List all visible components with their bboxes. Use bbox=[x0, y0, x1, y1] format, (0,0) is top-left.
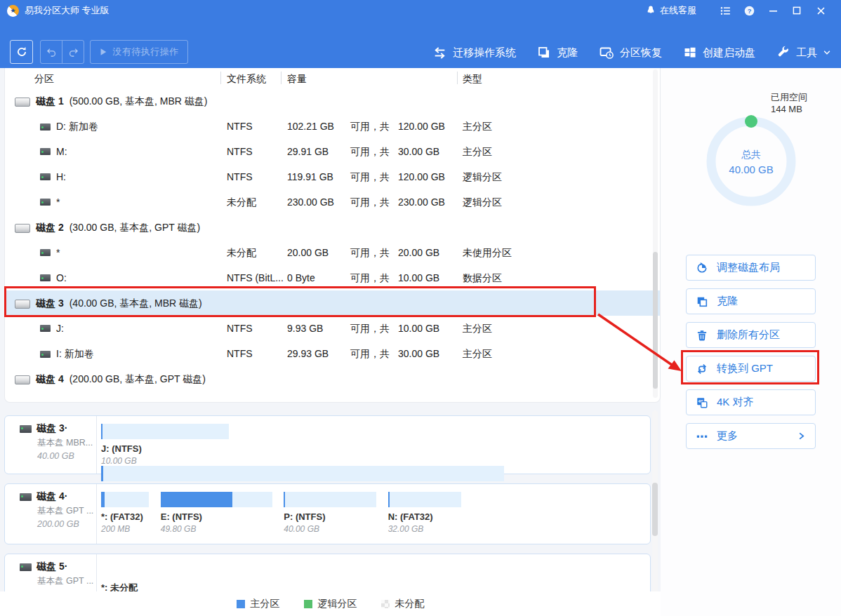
sidebar-button-label: 4K 对齐 bbox=[717, 396, 754, 409]
disk-map-label: 磁盘 4· 基本盘 GPT ... 200.00 GB bbox=[5, 484, 97, 544]
redo-button[interactable] bbox=[62, 41, 84, 63]
unallocated-swatch bbox=[381, 600, 390, 608]
partition-icon bbox=[40, 173, 51, 180]
capacity-available: 119.91 GB bbox=[287, 171, 333, 182]
disk-info: (500.00 GB, 基本盘, MBR 磁盘) bbox=[69, 95, 208, 108]
col-header-filesystem: 文件系统 bbox=[227, 73, 266, 86]
total-value: 40.00 GB bbox=[709, 163, 793, 175]
4k-align-button[interactable]: 4K 4K 对齐 bbox=[686, 389, 816, 415]
disk-map-label: 磁盘 3· 基本盘 MBR... 40.00 GB bbox=[5, 416, 97, 474]
svg-text:?: ? bbox=[747, 7, 751, 14]
convert-to-gpt-button[interactable]: 转换到 GPT bbox=[686, 356, 816, 382]
capacity-available: 29.93 GB bbox=[287, 348, 329, 359]
disk-map-size: 200.00 GB bbox=[37, 519, 96, 529]
partition-icon bbox=[40, 274, 51, 281]
close-button[interactable] bbox=[809, 0, 833, 21]
column-divider bbox=[220, 72, 221, 84]
capacity-total: 30.00 GB bbox=[398, 348, 439, 359]
capacity-separator: 可用，共 bbox=[350, 323, 390, 335]
capacity-total: 120.00 GB bbox=[398, 121, 445, 132]
capacity-total: 20.00 GB bbox=[398, 247, 439, 258]
partition-bar-block[interactable]: J: (NTFS) 10.00 GB bbox=[101, 424, 229, 466]
legend-item-primary: 主分区 bbox=[237, 598, 280, 610]
partition-bar-size: 32.00 GB bbox=[388, 524, 462, 534]
partition-icon bbox=[40, 123, 51, 130]
disk-row[interactable]: 磁盘 4 (200.00 GB, 基本盘, GPT 磁盘) bbox=[5, 366, 660, 391]
help-icon: ? bbox=[743, 5, 755, 17]
disk-row[interactable]: 磁盘 1 (500.00 GB, 基本盘, MBR 磁盘) bbox=[5, 88, 660, 114]
disk-icon bbox=[20, 493, 32, 501]
diskmap-scrollbar-thumb[interactable] bbox=[652, 483, 658, 536]
partition-name: M: bbox=[56, 146, 67, 157]
partition-bar-label: E: (NTFS) bbox=[161, 511, 272, 522]
partition-row[interactable]: * 未分配 230.00 GB 可用，共 230.00 GB 逻辑分区 bbox=[5, 189, 660, 215]
chevron-right-icon bbox=[797, 431, 806, 441]
partition-row[interactable]: D: 新加卷 NTFS 102.21 GB 可用，共 120.00 GB 主分区 bbox=[5, 114, 660, 139]
partition-row[interactable]: O: NTFS (BitL... 0 Byte 可用，共 10.00 GB 数据… bbox=[5, 265, 660, 290]
partition-icon bbox=[40, 249, 51, 256]
bootable-disk-icon bbox=[683, 46, 697, 60]
partition-row[interactable]: I: 新加卷 NTFS 29.93 GB 可用，共 30.00 GB 主分区 bbox=[5, 341, 660, 366]
play-icon bbox=[99, 48, 107, 56]
clone-disk-button[interactable]: 克隆 bbox=[686, 288, 816, 314]
tools-button[interactable]: 工具 bbox=[776, 46, 831, 60]
disk-name: 磁盘 1 bbox=[36, 95, 64, 108]
capacity-available: 102.21 GB bbox=[287, 121, 334, 132]
partition-type: 数据分区 bbox=[463, 272, 502, 285]
legend: 主分区 逻辑分区 未分配 bbox=[0, 591, 661, 616]
primary-partition-swatch bbox=[237, 600, 245, 608]
partition-name: H: bbox=[56, 171, 66, 182]
partition-name: * bbox=[56, 247, 60, 258]
sidebar-button-label: 调整磁盘布局 bbox=[717, 261, 780, 274]
partition-name: J: bbox=[56, 323, 64, 334]
delete-all-partitions-button[interactable]: 删除所有分区 bbox=[686, 322, 816, 348]
disk-map-panel[interactable]: 磁盘 3· 基本盘 MBR... 40.00 GB J: (NTFS) 10.0… bbox=[4, 415, 651, 474]
partition-row[interactable]: H: NTFS 119.91 GB 可用，共 120.00 GB 逻辑分区 bbox=[5, 164, 660, 189]
create-bootable-disk-button[interactable]: 创建启动盘 bbox=[683, 46, 755, 60]
disk-map-name: 磁盘 3· bbox=[37, 422, 67, 435]
partition-icon bbox=[40, 199, 51, 206]
filesystem-value: NTFS (BitL... bbox=[227, 272, 287, 283]
table-scrollbar-thumb[interactable] bbox=[653, 252, 658, 389]
partition-bar bbox=[101, 466, 504, 481]
partition-bar-block[interactable]: *: 未分配 bbox=[101, 562, 640, 594]
migrate-os-button[interactable]: 迁移操作系统 bbox=[432, 46, 516, 60]
disk-map-type: 基本盘 GPT ... bbox=[37, 575, 96, 587]
partition-row[interactable]: M: NTFS 29.91 GB 可用，共 30.00 GB 主分区 bbox=[5, 139, 660, 164]
partition-row[interactable]: J: NTFS 9.93 GB 可用，共 10.00 GB 主分区 bbox=[5, 316, 660, 341]
help-button[interactable]: ? bbox=[737, 0, 761, 21]
refresh-button[interactable] bbox=[10, 40, 33, 64]
filesystem-value: NTFS bbox=[227, 121, 287, 132]
online-service-button[interactable]: 在线客服 bbox=[645, 4, 696, 17]
capacity-available: 20.00 GB bbox=[287, 247, 329, 258]
partition-bar-block[interactable]: P: (NTFS) 40.00 GB bbox=[284, 492, 376, 534]
col-header-partition: 分区 bbox=[34, 73, 54, 86]
pending-operations-button[interactable]: 没有待执行操作 bbox=[90, 40, 188, 64]
filesystem-value: NTFS bbox=[227, 348, 287, 359]
capacity-total: 10.00 GB bbox=[398, 323, 439, 334]
clone-button[interactable]: 克隆 bbox=[537, 46, 578, 60]
disk-row-selected[interactable]: 磁盘 3 (40.00 GB, 基本盘, MBR 磁盘) bbox=[5, 290, 660, 316]
used-space-label-block: 已用空间 144 MB bbox=[771, 91, 807, 115]
undo-button[interactable] bbox=[41, 41, 62, 63]
disk-name: 磁盘 2 bbox=[36, 222, 64, 234]
online-service-label: 在线客服 bbox=[660, 4, 696, 17]
tools-icon bbox=[776, 46, 790, 60]
maximize-button[interactable] bbox=[785, 0, 809, 21]
toolbar-action-label: 分区恢复 bbox=[620, 46, 662, 60]
col-header-type: 类型 bbox=[463, 73, 482, 86]
partition-bar-block[interactable]: *: (FAT32) 200 MB bbox=[101, 492, 149, 534]
disk-row[interactable]: 磁盘 2 (30.00 GB, 基本盘, GPT 磁盘) bbox=[5, 215, 660, 240]
partition-bar-block[interactable]: N: (FAT32) 32.00 GB bbox=[388, 492, 462, 534]
sidebar-button-label: 克隆 bbox=[717, 295, 738, 308]
disk-icon bbox=[15, 98, 30, 107]
more-button[interactable]: 更多 bbox=[686, 423, 816, 449]
partition-bar-block[interactable]: E: (NTFS) 49.80 GB bbox=[161, 492, 272, 534]
disk-map-panel[interactable]: 磁盘 4· 基本盘 GPT ... 200.00 GB *: (FAT32) 2… bbox=[4, 483, 651, 544]
partition-name: * bbox=[56, 196, 60, 208]
adjust-disk-layout-button[interactable]: 调整磁盘布局 bbox=[686, 255, 816, 281]
partition-row[interactable]: * 未分配 20.00 GB 可用，共 20.00 GB 未使用分区 bbox=[5, 240, 660, 265]
operations-list-button[interactable] bbox=[713, 0, 737, 21]
minimize-button[interactable] bbox=[761, 0, 785, 21]
partition-recovery-button[interactable]: 分区恢复 bbox=[599, 46, 662, 60]
